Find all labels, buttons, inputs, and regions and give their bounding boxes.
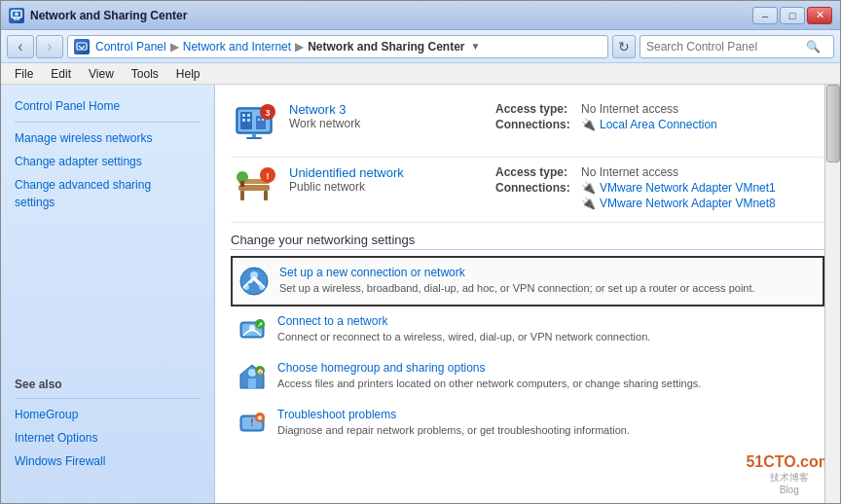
homegroup-content: Choose homegroup and sharing options Acc… [277,361,819,391]
watermark-sub2: Blog [746,485,832,495]
network-info-1: Network 3 Work network [289,102,484,130]
new-connection-content: Set up a new connection or network Set u… [279,266,817,296]
scrollbar-track[interactable] [824,85,840,503]
homegroup-desc: Access files and printers located on oth… [277,377,819,391]
svg-text:3: 3 [265,108,270,118]
connections-label-2: Connections: [495,181,573,212]
conn-link-2a[interactable]: VMware Network Adapter VMnet1 [600,181,776,195]
svg-text:✱: ✱ [257,414,263,421]
svg-rect-36 [248,378,256,388]
homegroup-icon: 🏠 [237,361,268,392]
troubleshoot-content: Troubleshoot problems Diagnose and repai… [277,408,819,438]
address-bar: ‹ › Control Panel ▶ Network and Internet… [1,30,840,63]
svg-rect-5 [240,112,252,129]
content-area: 3 Network 3 Work network Access type: [215,85,840,503]
svg-rect-19 [264,191,268,200]
nav-buttons: ‹ › [7,35,63,58]
connect-network-icon: ↗ [237,314,268,345]
sidebar-internet-options[interactable]: Internet Options [1,426,214,450]
network-name-2[interactable]: Unidentified network [289,165,484,180]
change-settings-header: Change your networking settings [231,233,824,250]
sidebar-home[interactable]: Control Panel Home [1,94,214,118]
sidebar-manage-wireless[interactable]: Manage wireless networks [1,126,214,150]
connections-row-1: Connections: 🔌 Local Area Connection [495,118,824,133]
menu-help[interactable]: Help [168,65,208,83]
svg-text:↗: ↗ [257,321,263,328]
action-homegroup[interactable]: 🏠 Choose homegroup and sharing options A… [231,353,824,400]
menu-bar: File Edit View Tools Help [1,63,840,85]
svg-text:🏠: 🏠 [256,367,265,376]
menu-edit[interactable]: Edit [43,65,79,83]
connect-network-content: Connect to a network Connect or reconnec… [277,314,819,344]
content-inner: 3 Network 3 Work network Access type: [215,85,840,456]
troubleshoot-title[interactable]: Troubleshoot problems [277,408,819,421]
breadcrumb: Control Panel ▶ Network and Internet ▶ N… [67,35,608,58]
window-icon [9,8,24,23]
sidebar: Control Panel Home Manage wireless netwo… [1,85,215,503]
window-controls: – □ ✕ [752,7,832,24]
network-details-1: Access type: No Internet access Connecti… [495,102,824,135]
access-type-label-2: Access type: [495,165,573,179]
action-troubleshoot[interactable]: ! ✱ Troubleshoot problems Diagnose and r… [231,400,824,447]
action-connect-network[interactable]: ↗ Connect to a network Connect or reconn… [231,306,824,353]
search-input[interactable] [646,40,802,54]
bc-sep-1: ▶ [170,40,179,54]
svg-rect-16 [246,137,262,139]
svg-rect-7 [242,114,245,117]
menu-file[interactable]: File [7,65,41,83]
connections-row-2: Connections: 🔌 VMware Network Adapter VM… [495,181,824,212]
network-details-2: Access type: No Internet access Connecti… [495,165,824,214]
refresh-button[interactable]: ↻ [612,35,636,58]
forward-button[interactable]: › [36,35,63,58]
sidebar-homegroup[interactable]: HomeGroup [1,403,214,426]
action-new-connection[interactable]: Set up a new connection or network Set u… [231,256,824,306]
watermark: 51CTO.com 技术博客 Blog [746,453,832,495]
breadcrumb-control-panel[interactable]: Control Panel [95,40,166,54]
network-icon-1: 3 [231,102,277,149]
connection-2-2: 🔌 VMware Network Adapter VMnet8 [581,197,776,210]
connections-label-1: Connections: [495,118,573,133]
bc-sep-2: ▶ [295,40,304,54]
watermark-sub1: 技术博客 [746,471,832,485]
access-type-value-2: No Internet access [581,165,678,179]
sidebar-windows-firewall[interactable]: Windows Firewall [1,450,214,473]
search-icon[interactable]: 🔍 [806,40,821,54]
menu-tools[interactable]: Tools [124,65,166,83]
menu-view[interactable]: View [81,65,122,83]
svg-rect-18 [240,191,244,200]
access-type-row-2: Access type: No Internet access [495,165,824,179]
conn-icon-2b: 🔌 [581,197,596,210]
scrollbar-thumb[interactable] [826,85,840,162]
breadcrumb-arrow[interactable]: ▼ [471,41,481,52]
sidebar-change-adapter[interactable]: Change adapter settings [1,150,214,173]
main-area: Control Panel Home Manage wireless netwo… [1,85,840,503]
conn-link-1[interactable]: Local Area Connection [600,118,717,131]
search-bar: 🔍 [640,35,834,58]
access-type-value-1: No Internet access [581,102,678,116]
title-bar: Network and Sharing Center – □ ✕ [1,1,840,30]
connection-1-1: 🔌 Local Area Connection [581,118,717,131]
sidebar-change-advanced[interactable]: Change advanced sharing settings [1,173,214,214]
connections-list-1: 🔌 Local Area Connection [581,118,717,133]
svg-rect-22 [240,181,244,187]
access-type-row-1: Access type: No Internet access [495,102,824,116]
breadcrumb-network-internet[interactable]: Network and Internet [183,40,291,54]
maximize-button[interactable]: □ [780,7,805,24]
breadcrumb-icon [74,39,90,54]
minimize-button[interactable]: – [752,7,778,24]
conn-link-2b[interactable]: VMware Network Adapter VMnet8 [600,197,776,210]
back-button[interactable]: ‹ [7,35,34,58]
network-name-1[interactable]: Network 3 [289,102,484,117]
connect-network-title[interactable]: Connect to a network [277,314,819,328]
homegroup-title[interactable]: Choose homegroup and sharing options [277,361,819,375]
network-item-1: 3 Network 3 Work network Access type: [231,94,824,158]
new-connection-title[interactable]: Set up a new connection or network [279,266,817,279]
svg-rect-15 [252,133,256,137]
main-window: Network and Sharing Center – □ ✕ ‹ › Con… [0,0,841,504]
connect-network-desc: Connect or reconnect to a wireless, wire… [277,330,819,344]
new-connection-icon [238,266,270,297]
see-also-title: See also [1,370,214,394]
svg-rect-9 [242,119,245,122]
close-button[interactable]: ✕ [807,7,832,24]
conn-icon-2a: 🔌 [581,181,596,195]
